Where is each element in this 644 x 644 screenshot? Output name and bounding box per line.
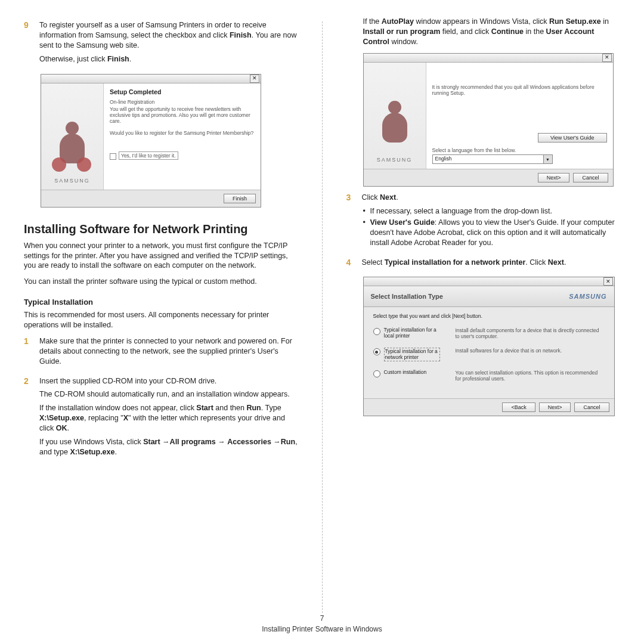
dialog-title: Setup Completed — [110, 88, 255, 95]
next-button[interactable]: Next> — [539, 402, 571, 412]
option-typical-local[interactable]: Typical installation for a local printer… — [373, 327, 605, 339]
setup-completed-dialog: ✕ SAMSUNG Setup Completed On-line Regist… — [41, 74, 261, 208]
option-typical-network[interactable]: Typical installation for a network print… — [373, 348, 605, 361]
step2-p2: The CD-ROM should automatically run, and… — [39, 389, 298, 400]
step3-bullet-2: View User's Guide: Allows you to view th… — [362, 218, 621, 248]
right-column: If the AutoPlay window appears in Window… — [346, 17, 621, 613]
step9-otherwise: Otherwise, just click Finish. — [39, 54, 298, 64]
reg-desc: You will get the opportunity to receive … — [110, 106, 255, 125]
section-heading: Installing Software for Network Printing — [24, 222, 298, 236]
close-icon[interactable]: ✕ — [602, 54, 612, 62]
page-number: 7 — [0, 614, 644, 623]
option-desc: Install softwares for a device that is o… — [456, 348, 605, 354]
radio-icon[interactable] — [373, 328, 380, 335]
reg-question: Would you like to register for the Samsu… — [110, 130, 255, 136]
footer-text: Installing Printer Software in Windows — [0, 625, 644, 633]
instruction-text: Select type that you want and click [Nex… — [373, 313, 605, 319]
step-num: 9 — [24, 20, 32, 68]
cancel-button[interactable]: Cancel — [574, 402, 609, 412]
step4-text: Select Typical installation for a networ… — [362, 258, 621, 268]
typical-desc: This is recommended for most users. All … — [24, 310, 298, 330]
step1-text: Make sure that the printer is connected … — [39, 336, 298, 367]
step-num: 3 — [346, 193, 355, 251]
option-custom[interactable]: Custom installation You can select insta… — [373, 370, 605, 382]
reg-title: On-line Registration — [110, 99, 255, 105]
option-label: Typical installation for a local printer — [384, 327, 438, 339]
vista-note: If the AutoPlay window appears in Window… — [363, 17, 621, 47]
language-select-dialog: ✕ SAMSUNG It is strongly recommended tha… — [363, 53, 614, 187]
left-column: 9 To register yourself as a user of Sams… — [24, 17, 298, 613]
recommend-text: It is strongly recommended that you quit… — [432, 84, 607, 96]
finish-button[interactable]: Finish — [224, 194, 256, 203]
step-4: 4 Select Typical installation for a netw… — [346, 258, 621, 271]
chevron-down-icon: ▼ — [543, 155, 552, 163]
sub-heading: Typical Installation — [24, 298, 298, 306]
reg-checkbox-row: Yes, I'd like to register it. — [110, 153, 255, 159]
radio-icon[interactable] — [373, 370, 380, 377]
step-9: 9 To register yourself as a user of Sams… — [24, 20, 298, 68]
step-num: 2 — [24, 376, 32, 461]
samsung-logo: SAMSUNG — [377, 157, 413, 163]
dialog-header-title: Select Installation Type — [371, 293, 443, 300]
mascot-icon — [377, 97, 413, 151]
cancel-button[interactable]: Cancel — [573, 173, 608, 182]
step3-click-next: Click Next. — [362, 193, 621, 203]
close-icon[interactable]: ✕ — [250, 75, 259, 83]
back-button[interactable]: <Back — [502, 402, 535, 412]
option-desc: You can select installation options. Thi… — [456, 370, 605, 382]
language-dropdown[interactable]: English▼ — [432, 154, 553, 164]
step2-p3: If the installation window does not appe… — [39, 403, 298, 434]
samsung-logo: SAMSUNG — [54, 178, 90, 184]
option-desc: Install default components for a device … — [456, 327, 605, 339]
checkbox[interactable] — [110, 153, 116, 160]
select-installation-type-dialog: ✕ Select Installation Type SAMSUNG Selec… — [363, 277, 615, 416]
step-num: 4 — [346, 258, 355, 271]
step-3: 3 Click Next. If necessary, select a lan… — [346, 193, 621, 251]
option-label: Custom installation — [384, 370, 438, 375]
step2-p4: If you use Windows Vista, click Start →A… — [39, 437, 298, 457]
column-divider — [322, 21, 323, 613]
step2-p1: Insert the supplied CD-ROM into your CD-… — [39, 376, 298, 386]
next-button[interactable]: Next> — [538, 173, 570, 182]
view-users-guide-button[interactable]: View User's Guide — [538, 133, 607, 143]
step9-text: To register yourself as a user of Samsun… — [39, 20, 298, 51]
network-para-1: When you connect your printer to a netwo… — [24, 241, 298, 271]
step3-bullet-1: If necessary, select a language from the… — [362, 206, 621, 216]
close-icon[interactable]: ✕ — [603, 277, 613, 286]
network-para-2: You can install the printer software usi… — [24, 277, 298, 287]
radio-icon[interactable] — [373, 348, 380, 355]
select-lang-label: Select a language from the list below. — [432, 147, 607, 153]
step-2: 2 Insert the supplied CD-ROM into your C… — [24, 376, 298, 461]
option-label: Typical installation for a network print… — [384, 348, 440, 361]
mascot-icon — [54, 118, 90, 172]
step-num: 1 — [24, 336, 32, 370]
step-1: 1 Make sure that the printer is connecte… — [24, 336, 298, 370]
page-footer: 7 Installing Printer Software in Windows — [0, 614, 644, 633]
samsung-logo: SAMSUNG — [569, 293, 606, 300]
checkbox-label: Yes, I'd like to register it. — [119, 151, 178, 160]
